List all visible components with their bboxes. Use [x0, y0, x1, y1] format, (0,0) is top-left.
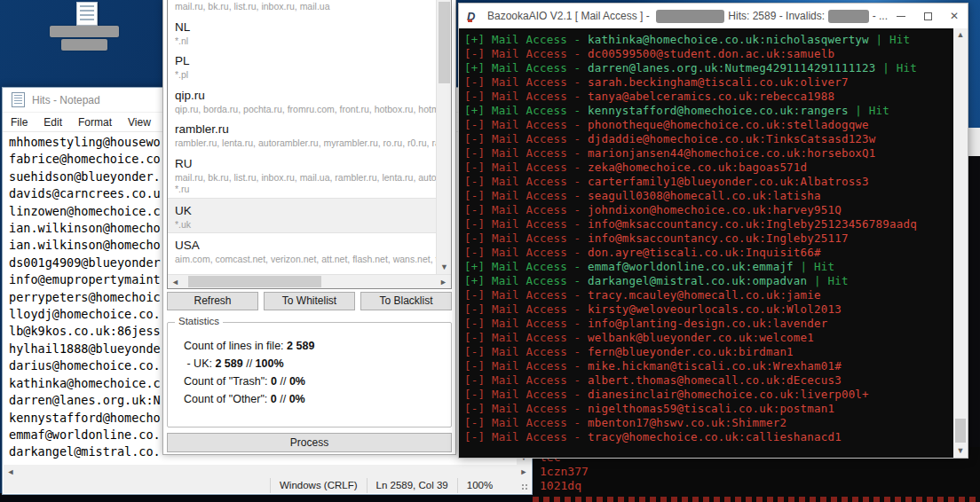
- result-prefix: [-] Mail Access -: [464, 189, 588, 202]
- status-zoom-level: 100%: [457, 478, 502, 493]
- scroll-right-icon[interactable]: ►: [517, 467, 531, 476]
- filter-item-yandex-ru[interactable]: yandex.ruyandex.ru, ya.ru, narod.ru, yan…: [168, 268, 436, 275]
- result-prefix: [-] Mail Access -: [464, 203, 588, 216]
- resize-grip[interactable]: [522, 484, 529, 491]
- menu-item-edit[interactable]: Edit: [36, 114, 70, 130]
- console-title-text: BazookaAIO V2.1 [ Mail Access ] -: [487, 10, 652, 22]
- result-prefix: [-] Mail Access -: [464, 246, 588, 259]
- credential-text: mike.hickman@tiscali.co.uk:Wrexham01#: [588, 359, 842, 373]
- result-prefix: [-] Mail Access -: [464, 402, 588, 415]
- scrollbar-thumb[interactable]: [955, 419, 966, 443]
- credential-text: tracy@homechoice.co.uk:callieshanacd1: [588, 430, 842, 443]
- filter-item-pl[interactable]: PL*.pl: [168, 49, 436, 83]
- result-prefix: [-] Mail Access -: [464, 175, 588, 188]
- clipped-console-text: [533, 497, 980, 502]
- filter-actions: RefreshTo WhitelistTo Blacklist: [167, 292, 452, 310]
- console-line: [-] Mail Access - info@mksaccountancy.co…: [464, 217, 953, 231]
- stats-value: 2 589: [287, 340, 314, 352]
- status-cursor-position: Ln 2589, Col 39: [367, 478, 457, 493]
- credential-text: info@planting-design.co.uk:lavender: [588, 317, 827, 330]
- to-whitelist-button[interactable]: To Whitelist: [264, 292, 355, 310]
- scroll-left-icon[interactable]: ◄: [4, 467, 18, 476]
- domain-filter-listbox[interactable]: mail.ru, bk.ru, list.ru, inbox.ru, mail.…: [167, 0, 452, 289]
- scrollbar-thumb[interactable]: [439, 2, 450, 83]
- stats-label: Count of "Other":: [184, 393, 271, 405]
- result-prefix: [-] Mail Access -: [464, 416, 588, 429]
- filter-name: UK: [175, 199, 436, 218]
- filter-name: rambler.ru: [175, 117, 436, 137]
- background-window-edge: [968, 128, 980, 156]
- filter-item-uk[interactable]: UK*.uk: [168, 198, 436, 234]
- result-prefix: [-] Mail Access -: [464, 132, 588, 145]
- scroll-right-icon[interactable]: ►: [436, 278, 451, 286]
- credential-text: info@mksaccountancy.co.uk:Ingleby2512345…: [588, 217, 917, 231]
- result-prefix: [-] Mail Access -: [464, 217, 588, 231]
- list-vertical-scrollbar[interactable]: ▼: [436, 0, 451, 274]
- credential-text: seagull0308@homecall.co.uk:latisha: [588, 189, 821, 202]
- desktop-shortcut[interactable]: [75, 0, 101, 27]
- result-prefix: [+] Mail Access -: [464, 104, 588, 117]
- stats-row: Count of lines in file: 2 589: [184, 337, 451, 355]
- menu-item-view[interactable]: View: [120, 114, 159, 130]
- console-line: [-] Mail Access - don.ayre@tiscali.co.uk…: [464, 246, 953, 260]
- stats-value: 0: [271, 375, 277, 388]
- console-vertical-scrollbar[interactable]: ▲ ▼: [953, 28, 968, 458]
- console-titlebar[interactable]: D BazookaAIO V2.1 [ Mail Access ] - Hits…: [459, 4, 968, 28]
- console-line: [-] Mail Access - mbenton17@hswv.co.uk:S…: [464, 416, 953, 430]
- filter-domains: mail.ru, bk.ru, list.ru, inbox.ru, mail.…: [175, 171, 436, 184]
- minimize-button[interactable]: [888, 4, 914, 28]
- console-line: [+] Mail Access - kathinka@homechoice.co…: [464, 33, 953, 47]
- stats-value: 0%: [289, 375, 305, 388]
- result-prefix: [-] Mail Access -: [464, 430, 588, 443]
- credential-text: carterfamily1@blueyonder.co.uk:Albatross…: [588, 175, 869, 188]
- filter-item-qip-ru[interactable]: qip.ruqip.ru, borda.ru, pochta.ru, fromr…: [168, 83, 436, 118]
- notepad-icon: [12, 92, 25, 107]
- filter-item-ru[interactable]: RUmail.ru, bk.ru, list.ru, inbox.ru, mai…: [168, 152, 436, 198]
- result-prefix: [+] Mail Access -: [464, 61, 588, 75]
- notepad-horizontal-scrollbar[interactable]: ◄ ►: [4, 465, 531, 478]
- filter-item-nl[interactable]: NL*.nl: [168, 15, 436, 50]
- scroll-down-icon[interactable]: ▼: [953, 444, 968, 458]
- console-line: [-] Mail Access - tracy.mcauley@homecall…: [464, 288, 953, 302]
- filter-item[interactable]: mail.ru, bk.ru, list.ru, inbox.ru, mail.…: [168, 0, 436, 15]
- refresh-button[interactable]: Refresh: [167, 292, 258, 310]
- filter-item-rambler-ru[interactable]: rambler.rurambler.ru, lenta.ru, autoramb…: [168, 117, 436, 152]
- hit-badge: | Hit: [876, 61, 917, 75]
- scroll-left-icon[interactable]: ◄: [168, 278, 183, 286]
- stats-label: Count of "Trash":: [184, 375, 271, 388]
- menu-item-format[interactable]: Format: [70, 114, 120, 130]
- scroll-down-icon[interactable]: ▼: [437, 261, 452, 274]
- console-line: [+] Mail Access - emmaf@worldonline.co.u…: [464, 260, 953, 274]
- menu-item-file[interactable]: File: [3, 114, 36, 130]
- list-horizontal-scrollbar[interactable]: ◄ ►: [168, 274, 451, 288]
- filter-domains: *.ru: [175, 183, 436, 198]
- stats-label: //: [243, 357, 256, 370]
- result-prefix: [-] Mail Access -: [464, 317, 588, 330]
- credential-text: kirsty@weloveourlocals.co.uk:Wlol2013: [588, 302, 842, 316]
- maximize-button[interactable]: [914, 4, 941, 28]
- scroll-up-icon[interactable]: ▲: [953, 28, 968, 42]
- filter-domains: *.pl: [175, 68, 436, 83]
- credential-text: fern@blueyonder.co.uk:birdman1: [588, 345, 794, 358]
- result-prefix: [-] Mail Access -: [464, 118, 588, 131]
- notepad-statusbar: Windows (CRLF) Ln 2589, Col 39 100%: [4, 478, 531, 493]
- result-prefix: [-] Mail Access -: [464, 373, 588, 387]
- scrollbar-thumb[interactable]: [188, 276, 321, 287]
- filter-item-usa[interactable]: USAaim.com, comcast.net, verizon.net, at…: [168, 233, 436, 268]
- console-line: [-] Mail Access - fern@blueyonder.co.uk:…: [464, 345, 953, 359]
- process-button[interactable]: Process: [167, 433, 452, 452]
- result-prefix: [-] Mail Access -: [464, 288, 588, 302]
- result-prefix: [-] Mail Access -: [464, 302, 588, 316]
- maximize-icon: [924, 12, 932, 20]
- filter-name: NL: [175, 15, 436, 35]
- bazooka-console-window: D BazookaAIO V2.1 [ Mail Access ] - Hits…: [458, 3, 968, 459]
- close-button[interactable]: ✕: [941, 4, 968, 28]
- stats-label: Count of lines in file:: [184, 340, 287, 352]
- credential-text: kathinka@homechoice.co.uk:nicholasqwerty…: [588, 33, 869, 46]
- console-line: [-] Mail Access - johndixon@homechoice.c…: [464, 203, 953, 217]
- result-prefix: [-] Mail Access -: [464, 47, 588, 60]
- console-line: [-] Mail Access - dianesinclair@homechoi…: [464, 388, 953, 402]
- to-blacklist-button[interactable]: To Blacklist: [360, 292, 452, 310]
- stats-value: 2 589: [215, 357, 242, 370]
- console-line: [-] Mail Access - dc00599500@student.don…: [464, 47, 953, 61]
